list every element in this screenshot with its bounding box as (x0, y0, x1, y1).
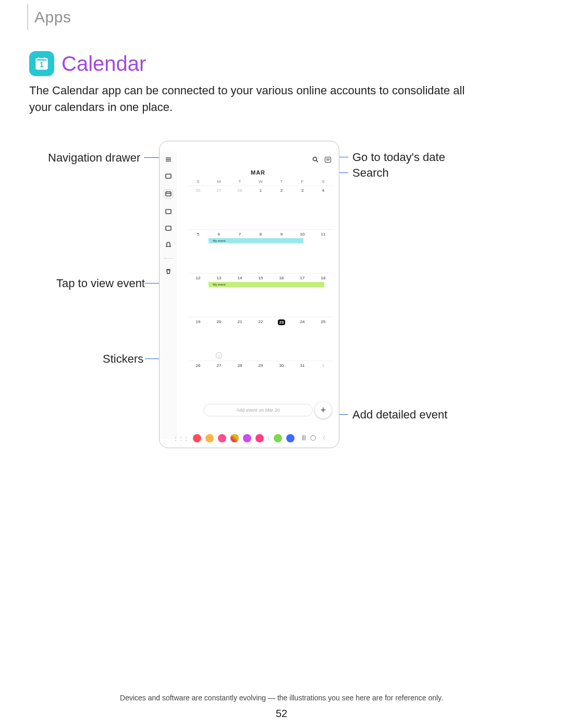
event-bar[interactable] (229, 238, 251, 243)
today-cell[interactable]: 23 (271, 317, 292, 361)
callout-tap-event: Tap to view event (56, 277, 145, 290)
dock-app-icon[interactable] (243, 434, 251, 442)
week-row: 26 27 28 1 2 3 4 (188, 186, 334, 230)
event-bar[interactable] (292, 238, 303, 243)
section-header: Apps (27, 4, 71, 30)
search-icon[interactable] (312, 156, 319, 163)
view-icon[interactable] (165, 172, 172, 180)
svg-rect-3 (166, 192, 171, 196)
week-row: 5 6My event 7 8 9 10 11 (188, 230, 334, 274)
dock-app-icon[interactable] (286, 434, 295, 442)
sticker-icon[interactable]: ☺ (216, 352, 222, 359)
svg-rect-5 (166, 226, 171, 230)
page-description: The Calendar app can be connected to you… (29, 82, 483, 116)
dock-app-icon[interactable] (274, 434, 282, 442)
nav-keys: ||| ◯ 〈 (302, 435, 325, 442)
back-icon[interactable]: 〈 (320, 435, 325, 442)
page-title-row: 1 Calendar (29, 51, 146, 76)
dock-app-icon[interactable] (205, 434, 214, 442)
month-label: MAR (177, 169, 339, 176)
section-header-text: Apps (34, 8, 71, 26)
add-event-button[interactable]: + (315, 402, 332, 418)
trash-icon[interactable] (165, 268, 172, 275)
event-bar[interactable] (250, 238, 272, 243)
event-bar[interactable] (292, 282, 313, 287)
view-icon[interactable] (165, 208, 172, 215)
event-bar[interactable]: My event (209, 282, 230, 287)
quick-add-input[interactable]: Add event on Mar 20 (203, 404, 313, 416)
taskbar: ⋮⋮⋮ | ||| ◯ 〈 (170, 433, 328, 443)
device-screenshot: 23 MAR SMTWTFS 26 27 28 1 2 3 4 5 (159, 141, 339, 448)
week-row: 12 13My event 14 15 16 17 18 (188, 274, 334, 317)
dock-app-icon[interactable] (230, 434, 239, 442)
calendar-main: 23 MAR SMTWTFS 26 27 28 1 2 3 4 5 (177, 152, 339, 439)
home-icon[interactable]: ◯ (310, 435, 316, 442)
calendar-sidebar (160, 152, 177, 439)
callout-add-event: Add detailed event (352, 408, 447, 422)
page-number: 52 (0, 708, 563, 720)
callout-nav-drawer: Navigation drawer (48, 151, 140, 165)
event-bar[interactable] (250, 282, 272, 287)
event-bar[interactable] (313, 282, 324, 287)
view-month-icon[interactable] (164, 189, 173, 199)
view-icon[interactable] (165, 225, 172, 232)
week-row: 26 27 28 29 30 31 1 (188, 361, 334, 392)
week-row: 19 20☺ 21 22 23 24 25 (188, 317, 334, 361)
callout-stickers: Stickers (103, 352, 143, 366)
today-icon[interactable]: 23 (324, 156, 332, 163)
event-bar[interactable]: My event (209, 238, 230, 243)
apps-grid-icon[interactable]: ⋮⋮⋮ (173, 436, 189, 441)
callout-search: Search (352, 166, 389, 180)
svg-rect-4 (166, 209, 171, 214)
page-title: Calendar (62, 52, 146, 76)
dock-app-icon[interactable] (193, 434, 201, 442)
hamburger-icon[interactable] (165, 156, 172, 163)
calendar-app-icon: 1 (29, 51, 54, 76)
event-bar[interactable] (229, 282, 251, 287)
day-header-row: SMTWTFS (188, 178, 334, 186)
dock-app-icon[interactable] (218, 434, 226, 442)
footer-note: Devices and software are constantly evol… (0, 694, 563, 702)
divider (164, 258, 173, 258)
event-bar[interactable] (271, 282, 292, 287)
calendar-grid[interactable]: SMTWTFS 26 27 28 1 2 3 4 5 6My event 7 8… (188, 178, 334, 392)
svg-point-6 (313, 157, 317, 161)
reminder-icon[interactable] (165, 241, 172, 249)
svg-rect-2 (166, 174, 171, 178)
event-bar[interactable] (271, 238, 292, 243)
callout-today: Go to today's date (352, 151, 445, 164)
svg-text:1: 1 (40, 60, 44, 69)
dock-app-icon[interactable] (255, 434, 264, 442)
recents-icon[interactable]: ||| (302, 435, 306, 442)
